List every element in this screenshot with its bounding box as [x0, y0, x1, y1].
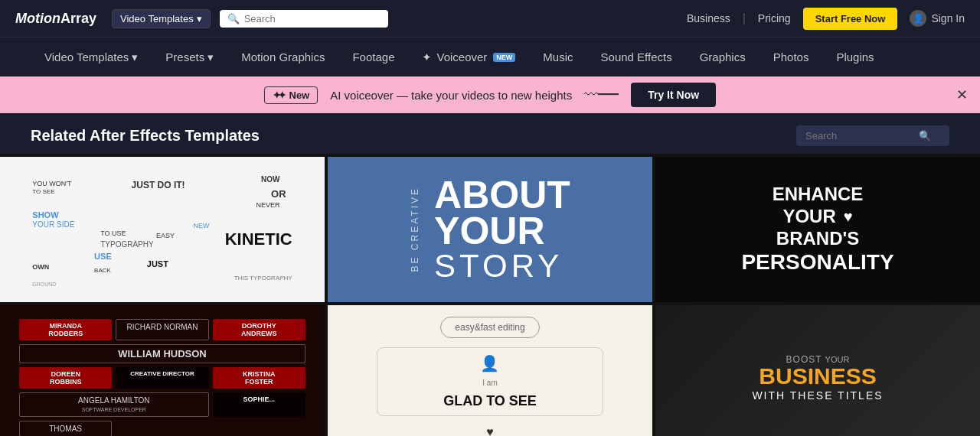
typo-word: NEW [193, 222, 209, 229]
about-text: ABOUT [434, 177, 570, 214]
with-these-titles: WITH THESE TITLES [752, 389, 883, 402]
waveform-icon: 〰━━━ [584, 87, 619, 103]
promo-banner: ✦ ✦ New AI voiceover — take your videos … [0, 76, 980, 113]
nav-item-graphics[interactable]: Graphics [686, 37, 760, 77]
typo-word: TYPOGRAPHY [100, 240, 153, 249]
personality-line: PERSONALITY [741, 249, 893, 275]
chevron-down-icon: ▾ [197, 13, 202, 24]
name-tag: ANGELA HAMILTONSOFTWARE DEVELOPER [19, 392, 209, 417]
video-templates-label: Video Templates [120, 13, 194, 24]
i-am-text: I am [482, 379, 497, 387]
page-header: Related After Effects Templates 🔍 [0, 113, 980, 154]
video-templates-dropdown-btn[interactable]: Video Templates ▾ [112, 9, 211, 28]
header-search-bar[interactable]: 🔍 [796, 125, 949, 146]
typo-word: GROUND [32, 281, 56, 287]
search-bar[interactable]: 🔍 [220, 10, 388, 28]
typo-word: TO USE [100, 229, 126, 237]
name-tag: DOREENROBBINS [19, 367, 112, 389]
typo-word: NOW [261, 175, 279, 184]
nav-item-photos[interactable]: Photos [760, 37, 823, 77]
top-navigation: MotionArray Video Templates ▾ 🔍 Business… [0, 0, 980, 37]
logo-text: Motion [15, 11, 60, 26]
voiceover-icon: ✦ [422, 50, 432, 64]
mountain-names-grid: MIRANDARODBERS RICHARD NORMAN DOROTHYAND… [11, 311, 313, 436]
page-title: Related After Effects Templates [31, 127, 260, 145]
creative-inner: BE CREATIVE ABOUT YOUR STORY [410, 177, 570, 282]
name-tag: CREATIVE DIRECTOR [116, 367, 208, 389]
try-it-now-button[interactable]: Try It Now [631, 83, 716, 107]
typo-word-kinetic: KINETIC [225, 229, 292, 249]
logo[interactable]: MotionArray [15, 11, 96, 27]
avatar-icon: 👤 [910, 10, 926, 27]
nav-item-voiceover[interactable]: ✦ Voiceover NEW [408, 37, 529, 77]
nav-item-video-templates[interactable]: Video Templates ▾ [31, 37, 152, 77]
logo-text-array: Array [60, 11, 96, 26]
name-tag: RICHARD NORMAN [116, 319, 208, 340]
typography-content: YOU WON'T TO SEE JUST DO IT! NOW OR NEVE… [8, 164, 317, 294]
templates-grid: YOU WON'T TO SEE JUST DO IT! NOW OR NEVE… [0, 154, 980, 436]
enhance-text-block: ENHANCE YOUR ♥ BRAND'S PERSONALITY [741, 184, 893, 275]
heart-icon: ♥ [844, 207, 853, 226]
typo-word: OR [271, 188, 286, 200]
template-card-typography[interactable]: YOU WON'T TO SEE JUST DO IT! NOW OR NEVE… [0, 157, 325, 302]
nav-item-footage[interactable]: Footage [338, 37, 408, 77]
template-card-creative[interactable]: BE CREATIVE ABOUT YOUR STORY [328, 157, 652, 302]
divider: | [743, 11, 746, 25]
your-heart-line: YOUR ♥ [741, 206, 893, 228]
story-text: STORY [434, 250, 570, 282]
pricing-link[interactable]: Pricing [758, 12, 791, 24]
chevron-down-icon: ▾ [132, 50, 138, 64]
name-tag: THOMAS [19, 421, 112, 436]
search-icon: 🔍 [227, 13, 240, 24]
banner-new-badge: ✦ ✦ New [264, 86, 318, 104]
nav-item-motion-graphics[interactable]: Motion Graphics [227, 37, 338, 77]
start-free-button[interactable]: Start Free Now [803, 8, 898, 30]
name-tag: SOPHIE... [213, 392, 305, 417]
typo-word: YOU WON'T [32, 180, 71, 187]
typo-word: USE [94, 252, 112, 261]
name-tag: DOROTHYANDREWS [213, 319, 305, 340]
your-text: YOUR [434, 213, 570, 250]
nav-item-plugins[interactable]: Plugins [822, 37, 887, 77]
template-card-typing[interactable]: easy&fast editing 👤 I am GLAD TO SEE ♥ [328, 305, 652, 436]
business-link[interactable]: Business [687, 12, 730, 24]
typo-word: TO SEE [32, 188, 54, 195]
be-creative-text: BE CREATIVE [410, 187, 420, 272]
enhance-line: ENHANCE [741, 184, 893, 206]
typing-box: 👤 I am GLAD TO SEE [377, 347, 604, 416]
top-nav-right: Business | Pricing Start Free Now 👤 Sign… [687, 8, 965, 30]
typo-word: JUST [147, 259, 168, 268]
search-icon: 🔍 [919, 130, 931, 142]
typo-word: EASY [156, 232, 175, 239]
typo-word: BACK [94, 267, 111, 274]
chevron-down-icon: ▾ [207, 50, 214, 64]
name-tag: KRISTINAFOSTER [213, 367, 305, 389]
typo-word: OWN [32, 263, 49, 271]
new-badge: NEW [493, 53, 515, 62]
typing-bar: easy&fast editing [440, 317, 539, 338]
template-card-enhance[interactable]: ENHANCE YOUR ♥ BRAND'S PERSONALITY [655, 157, 980, 302]
nav-item-sound-effects[interactable]: Sound Effects [587, 37, 686, 77]
secondary-navigation: Video Templates ▾ Presets ▾ Motion Graph… [0, 37, 980, 76]
typing-person-icon: 👤 [480, 354, 499, 373]
glad-text: GLAD TO SEE [443, 393, 537, 409]
name-tag-main: WILLIAM HUDSON [19, 344, 305, 363]
name-tag: MIRANDARODBERS [19, 319, 112, 340]
nav-item-music[interactable]: Music [529, 37, 586, 77]
banner-text: AI voiceover — take your videos to new h… [330, 89, 572, 102]
business-text-block: BOOST YOUR BUSINESS WITH THESE TITLES [752, 354, 883, 402]
typo-word: YOUR SIDE [32, 220, 74, 229]
search-input[interactable] [244, 13, 351, 24]
sign-in-label: Sign In [931, 12, 965, 24]
close-banner-button[interactable]: ✕ [956, 86, 968, 103]
typo-word: THIS TYPOGRAPHY [234, 275, 292, 281]
typo-word: NEVER [256, 201, 280, 209]
typo-word: JUST DO IT! [132, 180, 185, 190]
business-text: BUSINESS [752, 365, 883, 388]
sign-in-button[interactable]: 👤 Sign In [910, 10, 965, 27]
template-card-business[interactable]: BOOST YOUR BUSINESS WITH THESE TITLES [655, 305, 980, 436]
header-search-input[interactable] [805, 130, 913, 142]
template-card-mountain[interactable]: MIRANDARODBERS RICHARD NORMAN DOROTHYAND… [0, 305, 325, 436]
nav-item-presets[interactable]: Presets ▾ [152, 37, 227, 77]
heart-icon: ♥ [486, 425, 494, 436]
